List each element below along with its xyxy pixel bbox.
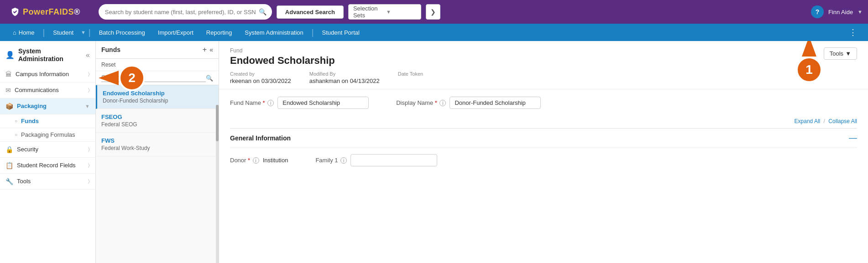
date-token-field: Date Token [398, 71, 423, 84]
tools-chevron-down-icon: ▼ [845, 50, 851, 57]
chevron-right-icon: 〉 [88, 162, 90, 168]
security-icon: 🔒 [5, 146, 13, 153]
sidebar-item-label: Security [17, 146, 38, 153]
shield-icon [10, 7, 20, 17]
expand-collapse-row: Expand All / Collapse All [230, 116, 857, 128]
sidebar-item-campus-information[interactable]: 🏛 Campus Information 〉 [0, 67, 95, 83]
expand-all-link[interactable]: Expand All [795, 118, 821, 124]
tools-icon: 🔧 [5, 178, 13, 185]
fund-name-info-icon[interactable]: i [267, 100, 274, 106]
middle-panel-collapse-icon[interactable]: « [209, 46, 213, 53]
nav-divider2: | [88, 28, 92, 37]
main-layout: 👤 System Administration « 🏛 Campus Infor… [0, 41, 868, 263]
sidebar-header: 👤 System Administration « [0, 41, 95, 67]
chevron-right-icon: 〉 [88, 146, 90, 152]
created-by-field: Created by rkeenan on 03/30/2022 [230, 71, 291, 84]
fund-name-label: Fund Name * i [230, 99, 274, 107]
annotation-1: 1 [796, 41, 822, 83]
chevron-right-icon: 〉 [88, 87, 90, 93]
search-funds-icon[interactable]: 🔍 [206, 75, 213, 82]
logo: PowerFAIDS® [5, 5, 85, 19]
nav-forward-button[interactable]: ❯ [426, 4, 440, 20]
comm-icon: ✉ [5, 87, 11, 94]
fund-label: Fund [230, 47, 824, 54]
sidebar-item-security[interactable]: 🔒 Security 〉 [0, 142, 95, 158]
fund-item-fws[interactable]: FWS Federal Work-Study [96, 133, 219, 156]
sidebar-item-packaging[interactable]: 📦 Packaging ▼ [0, 98, 95, 114]
nav-reporting-link[interactable]: Reporting [201, 24, 237, 41]
tools-button[interactable]: Tools ▼ [824, 47, 857, 60]
fund-title: Endowed Scholarship [230, 55, 824, 67]
sidebar-item-student-record-fields[interactable]: 📋 Student Record Fields 〉 [0, 158, 95, 174]
donor-info-icon[interactable]: i [253, 157, 259, 164]
sidebar-item-label: Campus Information [16, 71, 69, 77]
nav-home-link[interactable]: ⌂ Home [7, 24, 40, 41]
section-collapse-icon: — [849, 133, 857, 143]
fund-name: FWS [101, 137, 213, 144]
user-name[interactable]: Finn Aide [828, 9, 853, 15]
top-bar-right: ? Finn Aide ▼ [811, 5, 863, 18]
annotation-circle-1: 1 [796, 57, 822, 83]
expand-collapse-separator: / [824, 118, 825, 124]
donor-field: Donor * i Institution [230, 157, 288, 164]
funds-list: Endowed Scholarship Donor-Funded Scholar… [96, 85, 219, 263]
display-name-input[interactable] [450, 97, 541, 109]
annotation-circle-2: 2 [119, 65, 145, 91]
nav-student-portal-link[interactable]: Student Portal [317, 24, 365, 41]
fund-name: FSEOG [101, 113, 213, 120]
family1-group: Family 1 i [315, 154, 437, 166]
display-name-info-icon[interactable]: i [439, 100, 446, 106]
fund-name-input[interactable] [277, 97, 369, 109]
arrow-left-icon [99, 71, 119, 85]
display-name-label: Display Name * i [396, 99, 446, 107]
annotation-2: 2 [99, 65, 145, 91]
sidebar-sub-label: Funds [21, 118, 39, 124]
packaging-icon: 📦 [5, 103, 13, 110]
content-header-left: Fund Endowed Scholarship Created by rkee… [230, 47, 824, 84]
sidebar-sub-label: Packaging Formulas [21, 131, 75, 138]
home-icon: ⌂ [13, 29, 16, 36]
sidebar-item-label: Communications [15, 87, 59, 93]
help-button[interactable]: ? [811, 5, 824, 18]
nav-more-icon[interactable]: ⋮ [845, 27, 861, 37]
family1-input[interactable] [350, 154, 437, 166]
date-token-label: Date Token [398, 71, 423, 77]
advanced-search-button[interactable]: Advanced Search [277, 5, 344, 19]
meta-row: Created by rkeenan on 03/30/2022 Modifie… [230, 71, 824, 84]
nav-student-link[interactable]: Student [47, 24, 79, 41]
family1-info-icon[interactable]: i [340, 157, 347, 164]
fund-item-fseog[interactable]: FSEOG Federal SEOG [96, 109, 219, 133]
sidebar-item-tools[interactable]: 🔧 Tools 〉 [0, 174, 95, 190]
middle-panel: 2 Funds + « Reset 🔍 Endowed Scholarship … [96, 41, 219, 263]
sidebar-sub-item-packaging-formulas[interactable]: ○ Packaging Formulas [0, 128, 95, 142]
fund-sub: Donor-Funded Scholarship [103, 98, 213, 104]
student-search-bar: 🔍 [99, 4, 272, 20]
selection-sets-dropdown[interactable]: Selection Sets ▼ [348, 4, 421, 20]
person-icon: 👤 [5, 51, 15, 59]
nav-import-export-link[interactable]: Import/Export [152, 24, 199, 41]
chevron-right-icon: 〉 [88, 71, 90, 77]
sidebar-sub-item-funds[interactable]: ○ Funds [0, 114, 95, 128]
middle-panel-title: Funds [101, 46, 200, 53]
donor-label: Donor * i [230, 157, 259, 164]
middle-panel-header: Funds + « [96, 41, 219, 59]
user-menu-chevron-icon: ▼ [858, 9, 863, 15]
arrow-up-icon [802, 41, 816, 57]
content-header: Fund Endowed Scholarship Created by rkee… [219, 41, 868, 89]
student-search-input[interactable] [99, 4, 272, 20]
general-info-section-header[interactable]: General Information — [230, 128, 857, 148]
family1-label: Family 1 i [315, 157, 347, 164]
campus-icon: 🏛 [5, 71, 12, 78]
sidebar-item-communications[interactable]: ✉ Communications 〉 [0, 83, 95, 98]
nav-system-admin-link[interactable]: System Administration [239, 24, 309, 41]
main-content: 1 Fund Endowed Scholarship Created by rk… [219, 41, 868, 263]
student-chevron-icon: ▼ [81, 30, 86, 35]
scrollbar-thumb[interactable] [216, 105, 219, 141]
modified-by-value: ashankman on 04/13/2022 [309, 77, 380, 84]
add-fund-button[interactable]: + [203, 46, 207, 54]
collapse-all-link[interactable]: Collapse All [828, 118, 857, 124]
logo-text: PowerFAIDS® [23, 7, 80, 17]
nav-batch-link[interactable]: Batch Processing [94, 24, 151, 41]
donor-row: Donor * i Institution Family 1 i [230, 148, 857, 173]
sidebar-collapse-icon[interactable]: « [86, 51, 90, 59]
